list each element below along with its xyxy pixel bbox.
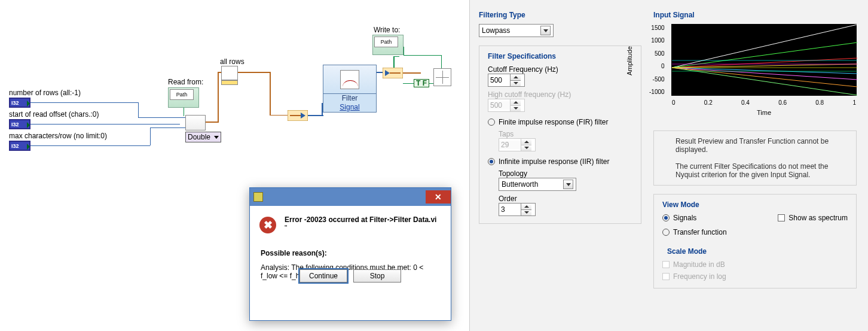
spin-up-icon[interactable] [521, 204, 531, 210]
wire [150, 127, 151, 145]
close-icon[interactable]: ✕ [426, 190, 451, 204]
order-input[interactable] [499, 205, 521, 214]
write-spreadsheet-node[interactable] [433, 68, 451, 86]
error-icon: ✖ [259, 217, 276, 233]
high-cutoff-label: High cutoff frequency (Hz) [488, 90, 632, 99]
mag-db-label: Magnitude in dB [673, 260, 725, 269]
freq-log-label: Frequency in log [673, 272, 726, 281]
wire [404, 47, 404, 55]
radio-icon [662, 214, 670, 221]
order-label: Order [499, 195, 632, 203]
taps-spinner [499, 138, 536, 151]
wire [30, 124, 180, 124]
chart-yticks: 15001000500 0-500-1000 [649, 25, 665, 95]
cutoff-label: Cutoff Frequency (Hz) [488, 65, 632, 74]
read-spreadsheet-node[interactable] [185, 115, 206, 130]
cutoff-spinner[interactable] [488, 74, 525, 87]
spin-down-icon[interactable] [511, 81, 521, 87]
continue-button[interactable]: Continue [299, 269, 347, 283]
filter-signal-label: Signal [323, 103, 376, 112]
wire [270, 115, 288, 116]
error-dialog: ✕ ✖ Error -20023 occurred at Filter->Fil… [249, 187, 451, 321]
wire [403, 83, 414, 84]
filtering-type-value: Lowpass [482, 26, 510, 35]
order-spinner[interactable] [499, 203, 536, 216]
wire [404, 55, 442, 56]
convert-from-dynamic-node[interactable] [383, 68, 403, 78]
filter-express-vi[interactable]: Filter Signal [323, 65, 377, 113]
wire [393, 56, 395, 68]
filtering-type-select[interactable]: Lowpass [479, 24, 554, 37]
topology-select[interactable]: Butterworth [499, 178, 576, 191]
view-mode-header: View Mode [662, 201, 848, 209]
checkbox-icon [778, 214, 785, 221]
input-signal-header: Input Signal [653, 11, 857, 19]
dialog-titlebar[interactable]: ✕ [250, 188, 451, 206]
view-transfer-radio[interactable]: Transfer function [662, 228, 848, 236]
mag-db-checkbox: Magnitude in dB [662, 260, 848, 269]
label-write-to: Write to: [374, 26, 400, 34]
svg-line-6 [672, 64, 857, 68]
wire [138, 102, 139, 117]
fir-label: Finite impulse response (FIR) filter [499, 118, 608, 126]
iir-label: Infinite impulse response (IIR) filter [499, 157, 609, 166]
wire [206, 122, 218, 123]
chart-plot-area [672, 25, 857, 96]
labview-icon [253, 192, 263, 202]
svg-line-4 [672, 58, 857, 68]
filter-title: Filter [323, 94, 376, 103]
boolean-constant-tf[interactable]: T F [414, 79, 429, 87]
high-cutoff-input [488, 101, 510, 110]
radio-icon [662, 229, 670, 236]
filter-config-panel: Filtering Type Lowpass Filter Specificat… [469, 0, 868, 331]
format-selector-label: Double [188, 133, 210, 141]
wire [218, 72, 219, 123]
filter-specs-header: Filter Specifications [488, 52, 632, 60]
chevron-down-icon[interactable] [540, 26, 551, 35]
format-selector[interactable]: Double [185, 132, 221, 142]
view-signals-radio[interactable]: Signals [662, 214, 696, 222]
wire [238, 72, 270, 73]
wire [30, 102, 138, 103]
show-spectrum-checkbox[interactable]: Show as spectrum [778, 214, 848, 222]
filter-icon [323, 65, 376, 94]
numeric-constant-num-rows[interactable] [9, 98, 30, 108]
wire [403, 72, 421, 74]
chevron-down-icon[interactable] [563, 180, 573, 189]
iir-radio[interactable]: Infinite impulse response (IIR) filter [488, 157, 632, 166]
taps-input [499, 141, 521, 149]
label-num-rows: number of rows (all:-1) [9, 89, 81, 97]
high-cutoff-spinner [488, 99, 525, 112]
convert-to-dynamic-node[interactable] [288, 110, 308, 121]
cutoff-input[interactable] [488, 76, 510, 84]
spin-down-icon[interactable] [521, 210, 531, 216]
path-constant-write[interactable]: Path [372, 35, 404, 55]
wire [184, 108, 184, 116]
label-max-chars: max characters/row (no limit:0) [9, 132, 107, 140]
stop-button[interactable]: Stop [353, 269, 401, 283]
radio-icon [488, 158, 495, 165]
topology-value: Butterworth [502, 180, 538, 189]
path-constant-read[interactable]: Path [168, 87, 199, 108]
chart-xticks: 00.20.4 0.60.81 [672, 99, 856, 106]
view-signals-label: Signals [673, 214, 696, 222]
wire [270, 72, 271, 115]
label-read-from: Read from: [168, 78, 203, 86]
spin-up-icon[interactable] [511, 74, 521, 81]
scale-mode-header: Scale Mode [667, 247, 848, 256]
index-array-node[interactable] [221, 66, 238, 80]
wire [30, 145, 150, 146]
input-signal-chart: 15001000500 0-500-1000 [671, 24, 857, 96]
topology-label: Topology [499, 169, 632, 178]
numeric-constant-max-chars[interactable] [9, 141, 30, 151]
index-array-tail [221, 80, 238, 85]
checkbox-icon [662, 273, 670, 280]
checkbox-icon [662, 261, 670, 268]
numeric-constant-start-offset[interactable] [9, 119, 30, 129]
wire [138, 117, 186, 118]
chart-ylabel: Amplitude [626, 46, 633, 75]
wire [150, 127, 186, 128]
fir-radio[interactable]: Finite impulse response (FIR) filter [488, 118, 632, 126]
freq-log-checkbox: Frequency in log [662, 272, 848, 281]
radio-icon [488, 119, 495, 126]
